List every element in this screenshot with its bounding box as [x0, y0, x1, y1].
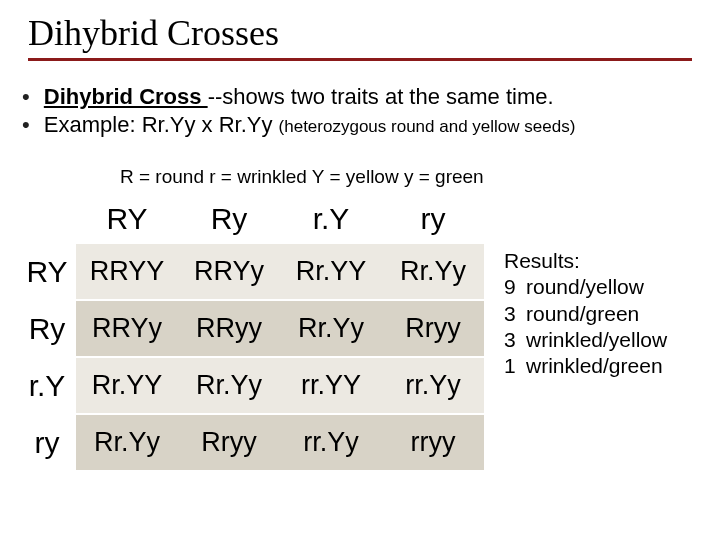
punnett-square: RY Ry r.Y ry RY RRYY RRYy Rr.YY Rr.Yy Ry… — [18, 196, 484, 472]
col-header: r.Y — [280, 196, 382, 243]
genotype-cell: Rr.Yy — [76, 414, 178, 471]
term-dihybrid: Dihybrid Cross — [44, 84, 208, 109]
genotype-cell: rr.YY — [280, 357, 382, 414]
genotype-cell: Rryy — [382, 300, 484, 357]
slide-title: Dihybrid Crosses — [0, 0, 720, 56]
col-header: Ry — [178, 196, 280, 243]
result-count: 1 — [504, 353, 526, 379]
genotype-cell: RRYy — [76, 300, 178, 357]
result-line: 3 round/green — [504, 301, 667, 327]
result-label: round/green — [526, 301, 639, 327]
allele-legend: R = round r = wrinkled Y = yellow y = gr… — [0, 160, 720, 194]
genotype-cell: Rryy — [178, 414, 280, 471]
result-label: wrinkled/yellow — [526, 327, 667, 353]
table-row: Ry RRYy RRyy Rr.Yy Rryy — [18, 300, 484, 357]
title-underline — [28, 58, 692, 61]
results-title: Results: — [504, 248, 667, 274]
result-line: 1 wrinkled/green — [504, 353, 667, 379]
result-line: 9 round/yellow — [504, 274, 667, 300]
result-label: round/yellow — [526, 274, 644, 300]
results-panel: Results: 9 round/yellow 3 round/green 3 … — [504, 248, 667, 379]
row-header: Ry — [18, 300, 76, 357]
genotype-cell: RRyy — [178, 300, 280, 357]
table-row: RY RRYY RRYy Rr.YY Rr.Yy — [18, 243, 484, 300]
slide: Dihybrid Crosses Dihybrid Cross --shows … — [0, 0, 720, 540]
result-label: wrinkled/green — [526, 353, 663, 379]
result-count: 9 — [504, 274, 526, 300]
table-row: ry Rr.Yy Rryy rr.Yy rryy — [18, 414, 484, 471]
genotype-cell: RRYY — [76, 243, 178, 300]
genotype-cell: Rr.YY — [76, 357, 178, 414]
genotype-cell: Rr.Yy — [280, 300, 382, 357]
row-header: r.Y — [18, 357, 76, 414]
genotype-cell: rryy — [382, 414, 484, 471]
col-header: RY — [76, 196, 178, 243]
genotype-cell: Rr.Yy — [382, 243, 484, 300]
bullet-1-rest: --shows two traits at the same time. — [208, 84, 554, 109]
corner-cell — [18, 196, 76, 243]
genotype-cell: RRYy — [178, 243, 280, 300]
bullet-2: Example: Rr.Yy x Rr.Yy (heterozygous rou… — [20, 111, 700, 139]
genotype-cell: rr.Yy — [382, 357, 484, 414]
result-count: 3 — [504, 327, 526, 353]
genotype-cell: Rr.Yy — [178, 357, 280, 414]
table-row: r.Y Rr.YY Rr.Yy rr.YY rr.Yy — [18, 357, 484, 414]
genotype-cell: rr.Yy — [280, 414, 382, 471]
result-count: 3 — [504, 301, 526, 327]
col-header: ry — [382, 196, 484, 243]
bullet-list: Dihybrid Cross --shows two traits at the… — [0, 83, 720, 138]
result-line: 3 wrinkled/yellow — [504, 327, 667, 353]
bullet-2-main: Example: Rr.Yy x Rr.Yy — [44, 112, 279, 137]
bullet-2-paren: (heterozygous round and yellow seeds) — [279, 117, 576, 136]
content-row: RY Ry r.Y ry RY RRYY RRYy Rr.YY Rr.Yy Ry… — [0, 194, 720, 472]
genotype-cell: Rr.YY — [280, 243, 382, 300]
row-header: ry — [18, 414, 76, 471]
bullet-1: Dihybrid Cross --shows two traits at the… — [20, 83, 700, 111]
row-header: RY — [18, 243, 76, 300]
